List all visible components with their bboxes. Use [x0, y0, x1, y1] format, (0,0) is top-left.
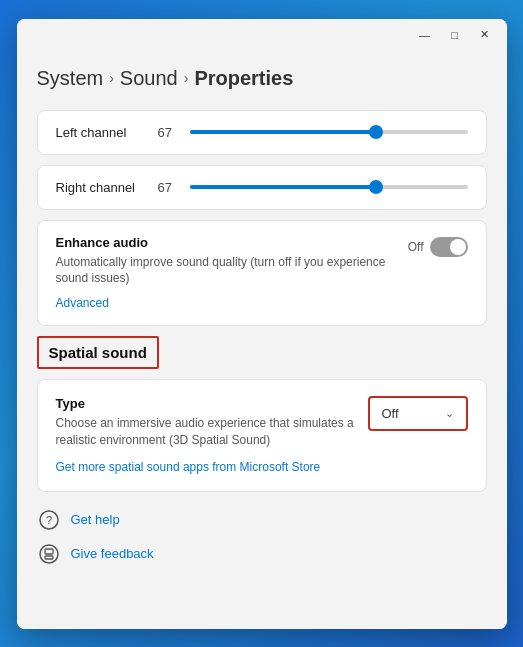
spatial-text-area: Type Choose an immersive audio experienc…: [56, 396, 356, 475]
chevron-down-icon: ⌄: [445, 407, 454, 420]
enhance-desc: Automatically improve sound quality (tur…: [56, 254, 392, 288]
right-channel-fill: [190, 185, 376, 189]
svg-rect-4: [45, 556, 53, 559]
left-channel-value: 67: [158, 125, 178, 140]
feedback-icon: [37, 542, 61, 566]
breadcrumb-sep2: ›: [184, 70, 189, 86]
help-icon: ?: [37, 508, 61, 532]
get-help-item[interactable]: ? Get help: [37, 508, 487, 532]
breadcrumb: System › Sound › Properties: [37, 67, 487, 90]
spatial-sound-heading: Spatial sound: [37, 336, 159, 369]
enhance-toggle[interactable]: [430, 237, 468, 257]
give-feedback-item[interactable]: Give feedback: [37, 542, 487, 566]
maximize-button[interactable]: □: [441, 25, 469, 45]
spatial-type-row: Type Choose an immersive audio experienc…: [56, 396, 468, 475]
close-button[interactable]: ✕: [471, 25, 499, 45]
enhance-title: Enhance audio: [56, 235, 392, 250]
breadcrumb-properties: Properties: [194, 67, 293, 90]
enhance-toggle-label: Off: [408, 240, 424, 254]
footer-links: ? Get help Give feedback: [37, 508, 487, 566]
spatial-type-desc: Choose an immersive audio experience tha…: [56, 415, 356, 449]
right-channel-card: Right channel 67: [37, 165, 487, 210]
left-channel-card: Left channel 67: [37, 110, 487, 155]
breadcrumb-sound[interactable]: Sound: [120, 67, 178, 90]
breadcrumb-sep1: ›: [109, 70, 114, 86]
enhance-toggle-knob: [450, 239, 466, 255]
enhance-advanced-link[interactable]: Advanced: [56, 296, 109, 310]
main-content: System › Sound › Properties Left channel…: [17, 51, 507, 629]
spatial-type-title: Type: [56, 396, 356, 411]
svg-text:?: ?: [45, 514, 51, 526]
right-channel-thumb: [369, 180, 383, 194]
right-channel-value: 67: [158, 180, 178, 195]
enhance-audio-card: Enhance audio Automatically improve soun…: [37, 220, 487, 327]
dropdown-value: Off: [382, 406, 399, 421]
spatial-store-link[interactable]: Get more spatial sound apps from Microso…: [56, 460, 321, 474]
enhance-toggle-area: Off: [408, 235, 468, 257]
spatial-type-dropdown[interactable]: Off ⌄: [368, 396, 468, 431]
title-bar: — □ ✕: [17, 19, 507, 51]
left-channel-row: Left channel 67: [56, 125, 468, 140]
left-channel-label: Left channel: [56, 125, 146, 140]
right-channel-label: Right channel: [56, 180, 146, 195]
get-help-label[interactable]: Get help: [71, 512, 120, 527]
breadcrumb-system[interactable]: System: [37, 67, 104, 90]
enhance-text: Enhance audio Automatically improve soun…: [56, 235, 408, 312]
svg-rect-3: [45, 549, 53, 554]
right-channel-slider[interactable]: [190, 185, 468, 189]
give-feedback-label[interactable]: Give feedback: [71, 546, 154, 561]
left-channel-fill: [190, 130, 376, 134]
settings-window: — □ ✕ System › Sound › Properties Left c…: [17, 19, 507, 629]
spatial-sound-card: Type Choose an immersive audio experienc…: [37, 379, 487, 492]
right-channel-row: Right channel 67: [56, 180, 468, 195]
left-channel-slider[interactable]: [190, 130, 468, 134]
window-controls: — □ ✕: [411, 25, 499, 45]
left-channel-thumb: [369, 125, 383, 139]
minimize-button[interactable]: —: [411, 25, 439, 45]
